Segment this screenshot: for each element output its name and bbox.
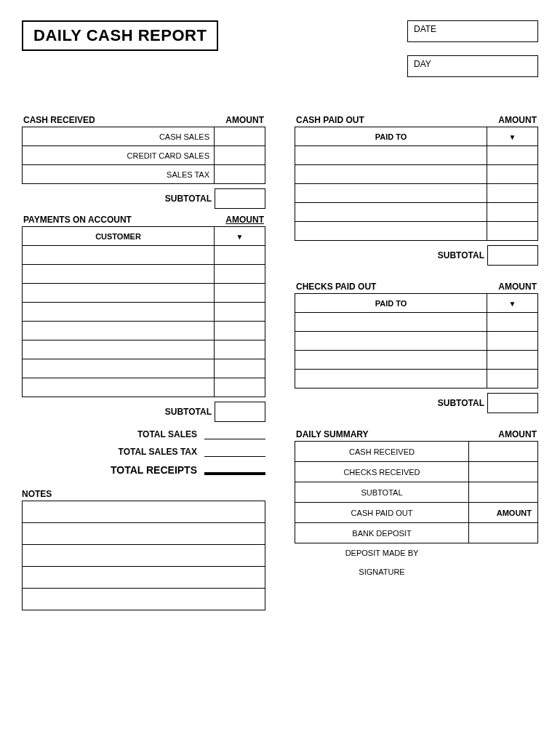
paid-to-cell[interactable] <box>295 203 487 222</box>
cash-paid-table: PAID TO▼ <box>295 127 538 241</box>
date-field[interactable]: DATE <box>407 20 538 42</box>
summary-cash-paid-out: CASH PAID OUT <box>295 503 469 523</box>
checks-paid-header: CHECKS PAID OUT <box>296 282 376 292</box>
checks-paid-subtotal-box[interactable] <box>487 393 538 413</box>
checks-paid-to-header: PAID TO <box>295 294 487 313</box>
checks-amount-cell[interactable] <box>487 313 538 332</box>
paid-amount-cell[interactable] <box>487 222 538 241</box>
paid-to-cell[interactable] <box>295 222 487 241</box>
sales-tax-label: SALES TAX <box>23 165 215 184</box>
summary-amount-cell[interactable] <box>469 462 538 482</box>
payment-amount-cell[interactable] <box>215 246 265 265</box>
payments-header: PAYMENTS ON ACCOUNT <box>23 215 132 225</box>
payments-table: CUSTOMER▼ <box>22 226 265 397</box>
summary-cash-received: CASH RECEIVED <box>295 442 469 462</box>
customer-cell[interactable] <box>23 378 215 397</box>
checks-paid-to-cell[interactable] <box>295 313 487 332</box>
payment-amount-cell[interactable] <box>215 303 265 322</box>
checks-paid-to-cell[interactable] <box>295 332 487 351</box>
customer-cell[interactable] <box>23 303 215 322</box>
payment-amount-cell[interactable] <box>215 284 265 303</box>
total-receipts-line[interactable] <box>204 465 265 475</box>
amount-header: AMOUNT <box>225 115 264 125</box>
payments-subtotal-label: SUBTOTAL <box>165 407 212 417</box>
summary-amount-cell[interactable] <box>469 482 538 503</box>
summary-signature: SIGNATURE <box>295 562 469 581</box>
checks-amount-cell[interactable] <box>487 370 538 389</box>
notes-cell[interactable] <box>23 589 265 610</box>
day-field[interactable]: DAY <box>407 55 538 77</box>
daily-summary-header: DAILY SUMMARY <box>296 429 369 439</box>
summary-amount-header: AMOUNT <box>498 429 537 439</box>
checks-paid-to-cell[interactable] <box>295 351 487 370</box>
paid-to-cell[interactable] <box>295 184 487 203</box>
cash-received-table: CASH SALES CREDIT CARD SALES SALES TAX <box>22 127 265 184</box>
cash-received-subtotal-box[interactable] <box>215 188 265 209</box>
cash-paid-amount-header: AMOUNT <box>498 115 537 125</box>
payment-amount-cell[interactable] <box>215 265 265 284</box>
cash-sales-amount[interactable] <box>215 127 265 146</box>
paid-amount-cell[interactable] <box>487 146 538 165</box>
checks-paid-table: PAID TO▼ <box>295 293 538 389</box>
summary-amount-label: AMOUNT <box>469 503 538 523</box>
credit-card-sales-amount[interactable] <box>215 146 265 165</box>
payment-amount-cell[interactable] <box>215 378 265 397</box>
total-sales-label: TOTAL SALES <box>137 429 197 439</box>
summary-deposit-made-by: DEPOSIT MADE BY <box>295 543 469 562</box>
report-title: DAILY CASH REPORT <box>22 20 218 51</box>
chevron-down-icon: ▼ <box>509 133 516 141</box>
payments-subtotal-box[interactable] <box>215 402 265 422</box>
customer-header: CUSTOMER <box>23 227 215 246</box>
paid-amount-cell[interactable] <box>487 184 538 203</box>
chevron-down-icon: ▼ <box>236 233 244 241</box>
notes-cell[interactable] <box>23 501 265 523</box>
summary-amount-cell[interactable] <box>469 442 538 462</box>
summary-subtotal: SUBTOTAL <box>295 482 469 503</box>
summary-amount-cell[interactable] <box>469 523 538 543</box>
checks-amount-cell[interactable] <box>487 332 538 351</box>
sales-tax-amount[interactable] <box>215 165 265 184</box>
signature-cell[interactable] <box>469 562 538 581</box>
paid-to-cell[interactable] <box>295 146 487 165</box>
notes-cell[interactable] <box>23 567 265 589</box>
notes-cell[interactable] <box>23 523 265 545</box>
notes-cell[interactable] <box>23 545 265 567</box>
payment-amount-cell[interactable] <box>215 322 265 340</box>
cash-paid-out-header: CASH PAID OUT <box>296 115 364 125</box>
cash-sales-label: CASH SALES <box>23 127 215 146</box>
total-sales-line[interactable] <box>204 429 265 439</box>
customer-cell[interactable] <box>23 265 215 284</box>
payment-amount-cell[interactable] <box>215 340 265 359</box>
cash-paid-subtotal-box[interactable] <box>487 245 538 266</box>
summary-checks-received: CHECKS RECEIVED <box>295 462 469 482</box>
total-sales-tax-line[interactable] <box>204 447 265 457</box>
notes-header: NOTES <box>22 489 265 499</box>
deposit-made-by-cell[interactable] <box>469 543 538 562</box>
total-receipts-label: TOTAL RECEIPTS <box>111 464 197 476</box>
customer-cell[interactable] <box>23 322 215 340</box>
cash-received-subtotal-label: SUBTOTAL <box>165 194 212 204</box>
cash-paid-subtotal-label: SUBTOTAL <box>438 250 484 260</box>
customer-cell[interactable] <box>23 359 215 378</box>
checks-paid-amount-header: AMOUNT <box>498 282 537 292</box>
payment-amount-cell[interactable] <box>215 359 265 378</box>
paid-amount-cell[interactable] <box>487 203 538 222</box>
total-sales-tax-label: TOTAL SALES TAX <box>119 447 197 457</box>
payments-amount-header: AMOUNT <box>225 215 264 225</box>
checks-paid-subtotal-label: SUBTOTAL <box>438 398 484 408</box>
chevron-down-icon: ▼ <box>509 300 516 308</box>
daily-summary-table: CASH RECEIVED CHECKS RECEIVED SUBTOTAL C… <box>295 441 538 581</box>
checks-amount-cell[interactable] <box>487 351 538 370</box>
customer-cell[interactable] <box>23 340 215 359</box>
paid-amount-cell[interactable] <box>487 165 538 184</box>
customer-cell[interactable] <box>23 246 215 265</box>
paid-to-header: PAID TO <box>295 127 487 146</box>
credit-card-sales-label: CREDIT CARD SALES <box>23 146 215 165</box>
notes-table <box>22 501 265 610</box>
checks-paid-to-cell[interactable] <box>295 370 487 389</box>
summary-bank-deposit: BANK DEPOSIT <box>295 523 469 543</box>
cash-received-header: CASH RECEIVED <box>23 115 95 125</box>
paid-to-cell[interactable] <box>295 165 487 184</box>
customer-cell[interactable] <box>23 284 215 303</box>
